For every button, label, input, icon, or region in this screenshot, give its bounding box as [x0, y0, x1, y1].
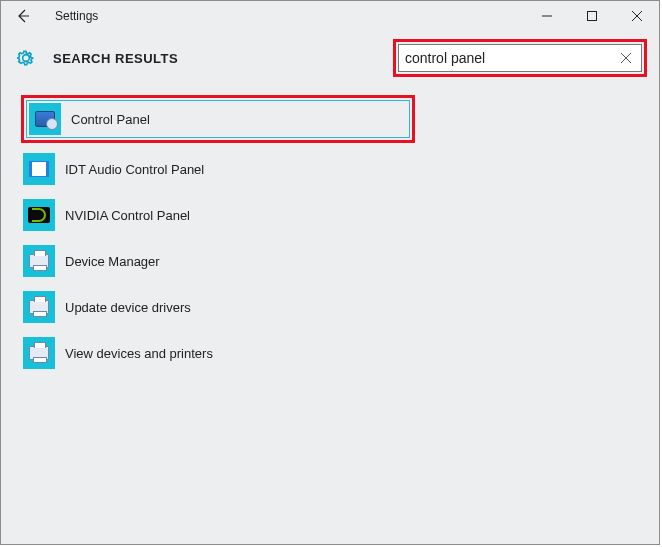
gear-icon: [15, 47, 37, 69]
close-button[interactable]: [614, 1, 659, 31]
titlebar: Settings: [1, 1, 659, 31]
result-item-device-manager[interactable]: Device Manager: [21, 241, 639, 281]
result-label: Control Panel: [71, 112, 150, 127]
printer-icon: [23, 245, 55, 277]
result-label: Update device drivers: [65, 300, 191, 315]
svg-rect-0: [587, 12, 596, 21]
result-item-control-panel[interactable]: Control Panel: [26, 100, 410, 138]
result-item-nvidia[interactable]: NVIDIA Control Panel: [21, 195, 639, 235]
result-item-update-drivers[interactable]: Update device drivers: [21, 287, 639, 327]
result-label: Device Manager: [65, 254, 160, 269]
close-icon: [632, 11, 642, 21]
printer-icon: [23, 291, 55, 323]
window-title: Settings: [55, 9, 98, 23]
printer-icon: [23, 337, 55, 369]
clear-search-button[interactable]: [617, 49, 635, 67]
results-list: Control Panel IDT Audio Control Panel NV…: [1, 91, 659, 383]
control-panel-icon: [29, 103, 61, 135]
back-arrow-icon: [15, 8, 31, 24]
audio-icon: [23, 153, 55, 185]
nvidia-icon: [23, 199, 55, 231]
maximize-button[interactable]: [569, 1, 614, 31]
x-icon: [621, 53, 631, 63]
result-label: NVIDIA Control Panel: [65, 208, 190, 223]
search-input[interactable]: [405, 50, 617, 66]
settings-window: Settings SEARCH RESULTS: [0, 0, 660, 545]
result-highlight-annotation: Control Panel: [21, 95, 415, 143]
window-controls: [524, 1, 659, 31]
search-box[interactable]: [398, 44, 642, 72]
result-label: IDT Audio Control Panel: [65, 162, 204, 177]
result-label: View devices and printers: [65, 346, 213, 361]
result-item-devices-printers[interactable]: View devices and printers: [21, 333, 639, 373]
back-button[interactable]: [9, 2, 37, 30]
header-row: SEARCH RESULTS: [1, 31, 659, 91]
result-item-idt-audio[interactable]: IDT Audio Control Panel: [21, 149, 639, 189]
search-highlight-annotation: [393, 39, 647, 77]
maximize-icon: [587, 11, 597, 21]
minimize-button[interactable]: [524, 1, 569, 31]
minimize-icon: [542, 11, 552, 21]
page-heading: SEARCH RESULTS: [53, 51, 178, 66]
